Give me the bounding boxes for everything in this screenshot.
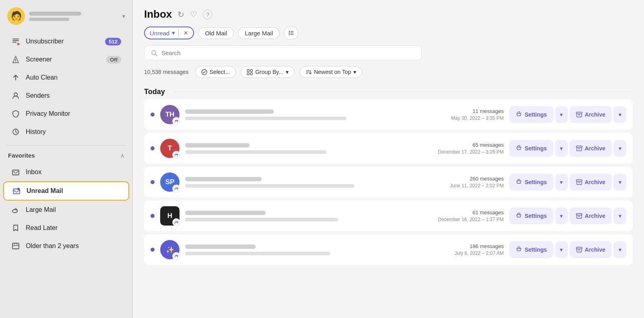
avatar[interactable]: 🧑 bbox=[7, 7, 25, 25]
large-mail-filter-chip[interactable]: Large Mail bbox=[238, 27, 280, 39]
settings-chevron-button[interactable]: ▾ bbox=[555, 207, 568, 224]
message-count: 10,538 messages bbox=[144, 69, 189, 75]
select-label: Select... bbox=[210, 69, 230, 75]
filter-menu-button[interactable] bbox=[284, 26, 298, 40]
unread-mail-icon bbox=[12, 187, 21, 195]
email-subject-bar bbox=[185, 252, 330, 255]
account-chevron-icon[interactable]: ▾ bbox=[122, 13, 125, 19]
filter-row: Unread ▾ ✕ Old Mail Large Mail bbox=[144, 26, 633, 40]
settings-chevron-button[interactable]: ▾ bbox=[555, 174, 568, 191]
sidebar-item-history[interactable]: History bbox=[3, 123, 129, 141]
today-label: Today bbox=[144, 88, 165, 96]
sidebar-item-inbox[interactable]: Inbox bbox=[3, 163, 129, 181]
email-content bbox=[185, 244, 425, 255]
email-content bbox=[185, 211, 425, 222]
settings-button[interactable]: Settings bbox=[509, 241, 553, 258]
archive-button[interactable]: Archive bbox=[570, 207, 612, 224]
large-mail-icon bbox=[11, 205, 20, 214]
select-button[interactable]: Select... bbox=[195, 66, 236, 78]
history-icon bbox=[11, 127, 20, 136]
sidebar-item-privacy-monitor[interactable]: Privacy Monitor bbox=[3, 105, 129, 123]
email-subject-bar bbox=[185, 150, 326, 154]
archive-button[interactable]: Archive bbox=[570, 140, 612, 157]
archive-button[interactable]: Archive bbox=[570, 241, 612, 258]
sender-avatar: ✨ bbox=[160, 240, 180, 259]
action-group: Settings ▾ Archive ▾ bbox=[509, 174, 626, 191]
group-by-button[interactable]: Group By... ▾ bbox=[241, 66, 295, 78]
nav-items: Unsubscriber 512 Screener Off Auto Clean bbox=[0, 31, 132, 143]
main-content: Inbox ↻ ♡ ? Unread ▾ ✕ Old Mail Large Ma… bbox=[133, 0, 644, 318]
sender-avatar: SP bbox=[160, 172, 180, 192]
svg-rect-20 bbox=[247, 70, 249, 72]
subscription-icon bbox=[172, 218, 180, 226]
sidebar-item-unread-mail[interactable]: Unread Mail bbox=[3, 181, 129, 201]
account-info bbox=[29, 12, 118, 21]
old-mail-filter-chip[interactable]: Old Mail bbox=[198, 27, 234, 39]
favorites-title: Favorites bbox=[8, 152, 35, 159]
table-row[interactable]: SP 260 messages June 11, 2022 – 2:02 PM bbox=[144, 167, 633, 197]
sender-name-bar bbox=[185, 177, 262, 181]
sort-button[interactable]: Newest on Top ▾ bbox=[299, 66, 362, 78]
sidebar-item-senders[interactable]: Senders bbox=[3, 87, 129, 105]
settings-chevron-button[interactable]: ▾ bbox=[555, 106, 568, 123]
settings-button[interactable]: Settings bbox=[509, 140, 553, 157]
sort-icon bbox=[305, 69, 312, 75]
svg-rect-25 bbox=[576, 146, 582, 148]
search-input[interactable] bbox=[161, 49, 415, 56]
sidebar-item-read-later[interactable]: Read Later bbox=[3, 219, 129, 237]
sidebar: 🧑 ▾ Unsubscriber 512 bbox=[0, 0, 133, 318]
favorites-items: Inbox Unread Mail Large Mail bbox=[0, 161, 132, 257]
table-row[interactable]: ✨ 186 messages July 8, 2022 – 2:07 AM bbox=[144, 234, 633, 265]
heart-icon[interactable]: ♡ bbox=[190, 10, 197, 19]
senders-icon bbox=[11, 91, 20, 100]
archive-chevron-button[interactable]: ▾ bbox=[613, 174, 626, 191]
help-icon[interactable]: ? bbox=[203, 10, 213, 19]
action-group: Settings ▾ Archive ▾ bbox=[509, 241, 626, 258]
archive-chevron-button[interactable]: ▾ bbox=[613, 207, 626, 224]
search-bar[interactable] bbox=[144, 45, 422, 60]
settings-button[interactable]: Settings bbox=[509, 207, 553, 224]
refresh-icon[interactable]: ↻ bbox=[178, 10, 184, 19]
svg-rect-22 bbox=[247, 73, 249, 75]
settings-button[interactable]: Settings bbox=[509, 174, 553, 191]
table-row[interactable]: T 65 messages December 17, 2022 – 3:26 P… bbox=[144, 133, 633, 164]
archive-chevron-button[interactable]: ▾ bbox=[613, 140, 626, 157]
settings-chevron-button[interactable]: ▾ bbox=[555, 241, 568, 258]
email-content bbox=[185, 143, 425, 154]
archive-chevron-button[interactable]: ▾ bbox=[613, 241, 626, 258]
sidebar-item-large-mail[interactable]: Large Mail bbox=[3, 201, 129, 219]
unread-filter-chip[interactable]: Unread ▾ ✕ bbox=[144, 27, 194, 39]
svg-rect-26 bbox=[576, 180, 582, 181]
svg-line-18 bbox=[155, 54, 157, 56]
sidebar-item-screener[interactable]: Screener Off bbox=[3, 51, 129, 68]
action-group: Settings ▾ Archive ▾ bbox=[509, 106, 626, 123]
svg-rect-21 bbox=[250, 70, 252, 72]
large-mail-label: Large Mail bbox=[26, 206, 121, 213]
archive-button[interactable]: Archive bbox=[570, 174, 612, 191]
settings-button[interactable]: Settings bbox=[509, 106, 553, 123]
sidebar-item-auto-clean[interactable]: Auto Clean bbox=[3, 69, 129, 86]
screener-label: Screener bbox=[26, 56, 101, 63]
subscription-icon bbox=[172, 185, 180, 193]
svg-rect-10 bbox=[12, 243, 19, 249]
settings-chevron-button[interactable]: ▾ bbox=[555, 140, 568, 157]
favorites-header: Favorites ∧ bbox=[0, 148, 132, 161]
archive-chevron-button[interactable]: ▾ bbox=[613, 106, 626, 123]
account-header[interactable]: 🧑 ▾ bbox=[0, 0, 132, 31]
message-date: June 11, 2022 – 2:02 PM bbox=[431, 183, 504, 189]
read-later-icon bbox=[11, 224, 20, 232]
message-count-badge: 260 messages bbox=[431, 176, 504, 182]
email-meta: 61 messages December 16, 2022 – 1:37 PM bbox=[431, 209, 504, 222]
filter-close-icon[interactable]: ✕ bbox=[182, 30, 188, 36]
table-row[interactable]: H 61 messages December 16, 2022 – 1:37 P… bbox=[144, 201, 633, 231]
toolbar-row: 10,538 messages Select... Group By... ▾ bbox=[144, 66, 633, 82]
group-by-label: Group By... bbox=[255, 69, 283, 75]
settings-label: Settings bbox=[524, 246, 547, 253]
sidebar-item-unsubscriber[interactable]: Unsubscriber 512 bbox=[3, 33, 129, 50]
subscription-icon bbox=[172, 252, 180, 260]
subscription-icon bbox=[172, 151, 180, 159]
table-row[interactable]: TH 11 messages May 30, 2022 – 3:35 PM bbox=[144, 99, 633, 130]
favorites-chevron-icon[interactable]: ∧ bbox=[120, 152, 124, 159]
archive-button[interactable]: Archive bbox=[570, 106, 612, 123]
sidebar-item-older-than-2-years[interactable]: Older than 2 years bbox=[3, 237, 129, 255]
